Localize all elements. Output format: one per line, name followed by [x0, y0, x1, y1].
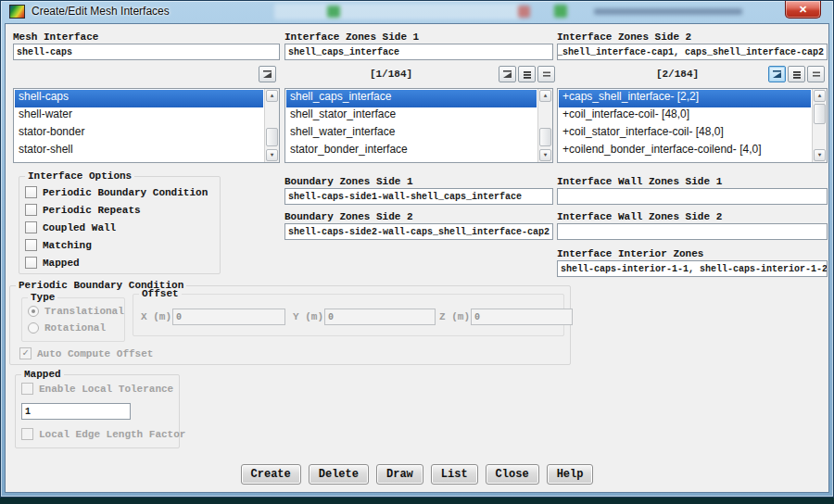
checkbox-row-coupled-wall: Coupled Wall	[25, 221, 116, 233]
mapped-checkbox[interactable]	[25, 257, 37, 269]
wall-side2-input[interactable]	[557, 223, 828, 240]
edge-factor-row: Local Edge Length Factor	[21, 428, 185, 440]
arrow-up-icon: ▲	[544, 93, 548, 99]
interface-options-title: Interface Options	[25, 170, 134, 182]
list-item[interactable]: shell-water	[15, 107, 263, 125]
scrollbar[interactable]: ▲ ▼	[264, 89, 279, 162]
coupled-wall-checkbox[interactable]	[25, 221, 37, 233]
arrow-down-icon: ▼	[271, 152, 274, 158]
arrow-down-icon: ▼	[544, 152, 548, 158]
background-icon-ghost	[327, 6, 340, 18]
offset-group: Offset X (m) 0 Y (m) 0 Z (m) 0	[133, 294, 564, 336]
dialog-window: Create/Edit Mesh Interfaces ✕ Mesh Inter…	[0, 0, 834, 498]
mapped-group-title: Mapped	[21, 369, 64, 380]
zones-side2-list-rows: +caps_shell_interface- [2,2] +coil_inter…	[559, 90, 811, 161]
scroll-up-button[interactable]: ▲	[539, 90, 551, 102]
offset-x-input: 0	[172, 309, 285, 325]
periodic-boundary-checkbox[interactable]	[25, 186, 37, 198]
list-button[interactable]: List	[431, 464, 478, 485]
zones-side2-input[interactable]: s_shell_interface-cap1, caps_shell_inter…	[557, 44, 828, 60]
zones-side2-list: +caps_shell_interface- [2,2] +coil_inter…	[557, 88, 828, 163]
dialog-content: Mesh Interface Interface Zones Side 1 In…	[5, 23, 829, 493]
equals-icon	[542, 70, 551, 78]
wall-side2-label: Interface Wall Zones Side 2	[557, 211, 722, 222]
scroll-thumb[interactable]	[539, 128, 551, 146]
mesh-interface-input[interactable]: shell-caps	[13, 44, 280, 60]
translational-radio	[28, 306, 39, 317]
scroll-down-button[interactable]: ▼	[814, 149, 826, 161]
periodic-repeats-checkbox[interactable]	[25, 204, 37, 216]
side2-filter-toggle-button[interactable]	[768, 66, 786, 82]
scroll-up-button[interactable]: ▲	[266, 90, 278, 102]
list-item[interactable]: stator-shell	[15, 143, 263, 160]
titlebar[interactable]: Create/Edit Mesh Interfaces ✕	[1, 1, 833, 23]
list-item[interactable]: +coil_interface-coil- [48,0]	[559, 107, 811, 125]
offset-y-label: Y (m)	[293, 311, 323, 322]
list-item[interactable]: stator_bonder_interface	[286, 143, 537, 160]
mesh-interface-list-rows: shell-caps shell-water stator-bonder sta…	[15, 90, 263, 161]
list-item[interactable]: +caps_shell_interface- [2,2]	[559, 90, 811, 107]
close-icon: ✕	[799, 4, 807, 16]
wall-side1-input[interactable]	[557, 188, 828, 205]
list-item[interactable]: shell_caps_interface	[286, 90, 537, 107]
list-item-partial[interactable]: stator_shell_interface	[286, 160, 537, 161]
delete-button[interactable]: Delete	[309, 464, 369, 485]
local-edge-length-factor-checkbox	[21, 428, 33, 440]
offset-y-input: 0	[324, 309, 436, 325]
zones-side1-input[interactable]: shell_caps_interface	[284, 44, 553, 60]
scroll-up-button[interactable]: ▲	[814, 90, 826, 102]
scrollbar[interactable]: ▲ ▼	[537, 89, 552, 162]
matching-checkbox[interactable]	[25, 239, 37, 251]
side2-counter: [2/184]	[571, 69, 784, 80]
scroll-thumb[interactable]	[814, 104, 826, 124]
list-item[interactable]: +coil_stator_interface-coil- [48,0]	[559, 125, 811, 143]
equals-icon	[812, 70, 821, 78]
boundary-side1-label: Boundary Zones Side 1	[284, 176, 413, 187]
close-action-button[interactable]: Close	[486, 464, 539, 485]
scrollbar[interactable]: ▲ ▼	[812, 89, 827, 162]
side1-filter-toggle-button[interactable]	[499, 66, 516, 82]
list-item-partial[interactable]: +coilend_shell_interface-coilend-	[559, 160, 811, 161]
zones-side1-list: shell_caps_interface shell_stator_interf…	[284, 88, 553, 163]
sort-icon	[262, 69, 272, 79]
side2-deselect-shown-button[interactable]	[807, 66, 825, 82]
list-item[interactable]: +coilend_bonder_interface-coilend- [4,0]	[559, 143, 811, 160]
interface-options-group: Interface Options Periodic Boundary Cond…	[19, 176, 221, 274]
background-icon-ghost	[554, 5, 567, 18]
list-item[interactable]: shell_stator_interface	[286, 107, 537, 125]
background-window-ghost	[274, 4, 520, 19]
side2-select-shown-button[interactable]	[788, 66, 805, 82]
fluent-logo-icon	[9, 5, 25, 19]
offset-z-input: 0	[471, 309, 573, 325]
scroll-down-button[interactable]: ▼	[539, 149, 551, 161]
mapped-group: Mapped Enable Local Tolerance 1 Local Ed…	[15, 374, 180, 448]
list-item[interactable]: stator-bonder	[15, 125, 263, 143]
periodic-type-group: Type Translational Rotational	[21, 297, 125, 342]
create-button[interactable]: Create	[241, 464, 301, 485]
boundary-side2-input[interactable]: , shell-caps-side2-wall-caps_shell_inter…	[284, 223, 553, 240]
window-title: Create/Edit Mesh Interfaces	[32, 5, 170, 18]
wall-side1-label: Interface Wall Zones Side 1	[557, 176, 722, 187]
boundary-side2-label: Boundary Zones Side 2	[284, 211, 413, 222]
interior-zones-input[interactable]: shell-caps-interior-1-1, shell-caps-inte…	[557, 260, 828, 277]
boundary-side1-input[interactable]: shell-caps-side1-wall-shell_caps_interfa…	[284, 188, 553, 205]
checkbox-row-mapped: Mapped	[25, 257, 80, 269]
draw-button[interactable]: Draw	[376, 464, 423, 485]
side1-select-shown-button[interactable]	[518, 66, 536, 82]
checkbox-row-matching: Matching	[25, 239, 92, 251]
side1-deselect-shown-button[interactable]	[537, 66, 555, 82]
tolerance-input[interactable]: 1	[21, 403, 131, 420]
scroll-thumb[interactable]	[266, 128, 278, 146]
scroll-down-button[interactable]: ▼	[266, 149, 278, 161]
close-button[interactable]: ✕	[785, 1, 821, 19]
mesh-interface-label: Mesh Interface	[13, 32, 98, 43]
help-button[interactable]: Help	[547, 464, 594, 485]
list-item[interactable]: shell_water_interface	[286, 125, 537, 143]
interior-zones-label: Interface Interior Zones	[557, 248, 703, 259]
check-icon: ✓	[22, 348, 29, 359]
zones-side1-list-rows: shell_caps_interface shell_stator_interf…	[286, 90, 537, 161]
list-item[interactable]: shell-caps	[15, 90, 263, 107]
sort-list-button[interactable]	[259, 66, 276, 82]
background-icon-ghost	[518, 6, 530, 18]
sort-icon	[502, 69, 512, 79]
